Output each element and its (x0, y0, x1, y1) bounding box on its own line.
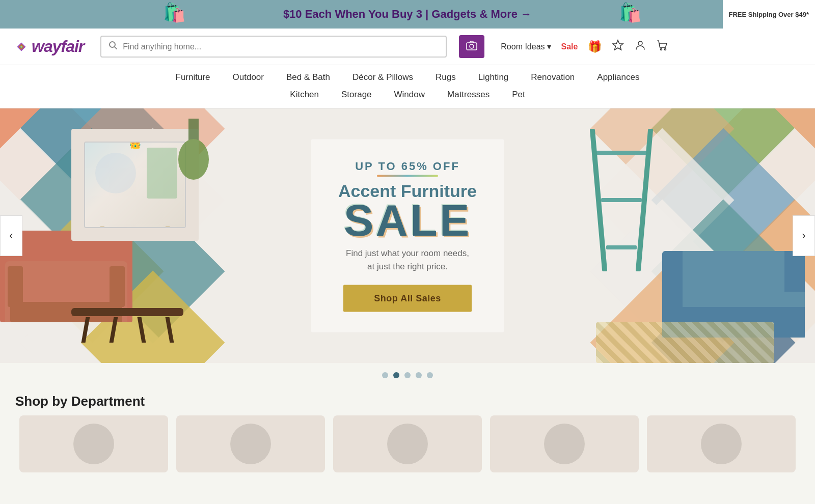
svg-point-9 (661, 48, 662, 50)
svg-point-10 (665, 48, 666, 50)
svg-rect-6 (467, 43, 477, 50)
nav-appliances[interactable]: Appliances (586, 70, 650, 85)
logo[interactable]: wayfair (15, 37, 84, 56)
nav-mattresses[interactable]: Mattresses (436, 88, 501, 102)
free-shipping-badge: FREE Shipping Over $49* (723, 0, 816, 29)
carousel-dots (0, 363, 815, 384)
carousel-prev-button[interactable]: ‹ (0, 215, 22, 256)
nav-outdoor[interactable]: Outdoor (222, 70, 275, 85)
nav-storage[interactable]: Storage (330, 88, 383, 102)
svg-point-7 (470, 44, 474, 48)
nav-bed-bath[interactable]: Bed & Bath (275, 70, 341, 85)
gift-icon[interactable]: 🎁 (588, 40, 602, 53)
carousel-dot-5[interactable] (427, 372, 433, 378)
nav-kitchen[interactable]: Kitchen (279, 88, 330, 102)
camera-search-button[interactable] (459, 35, 484, 58)
carousel-dot-4[interactable] (416, 372, 422, 378)
hero-center-content: UP TO 65% OFF Accent Furniture SALE Find… (311, 139, 504, 332)
carousel-next-button[interactable]: › (793, 215, 815, 256)
nav-row-2: Kitchen Storage Window Mattresses Pet (10, 88, 805, 108)
bag-icon-right: 🛍️ (619, 2, 642, 23)
nav-row-1: Furniture Outdoor Bed & Bath Décor & Pil… (10, 65, 805, 88)
search-icon (108, 41, 118, 52)
nav-window[interactable]: Window (383, 88, 436, 102)
hero-discount-text: UP TO 65% OFF (326, 160, 489, 177)
nav-renovation[interactable]: Renovation (520, 70, 586, 85)
dept-item-4[interactable] (490, 415, 639, 472)
nav-furniture[interactable]: Furniture (165, 70, 222, 85)
nav-lighting[interactable]: Lighting (467, 70, 520, 85)
carousel-dot-2[interactable] (393, 372, 399, 378)
header: wayfair Room Ideas ▾ Sale 🎁 (0, 29, 815, 65)
nav-rugs[interactable]: Rugs (424, 70, 467, 85)
hero-subtext: Find just what your room needs,at just t… (326, 247, 489, 273)
hero-sale-text: SALE (326, 198, 489, 243)
dept-item-3[interactable] (333, 415, 482, 472)
dept-item-2[interactable] (176, 415, 325, 472)
hero-carousel: 👑 (0, 108, 815, 363)
sale-link[interactable]: Sale (561, 42, 578, 51)
svg-line-5 (115, 47, 117, 49)
search-bar[interactable] (100, 36, 447, 58)
nav-pet[interactable]: Pet (501, 88, 536, 102)
dept-item-1[interactable] (19, 415, 168, 472)
svg-point-8 (638, 41, 642, 45)
shop-by-dept-title: Shop by Department (0, 384, 815, 415)
carousel-dot-1[interactable] (382, 372, 388, 378)
carousel-dot-3[interactable] (404, 372, 411, 378)
shop-all-sales-button[interactable]: Shop All Sales (343, 285, 471, 312)
dept-item-5[interactable] (647, 415, 796, 472)
top-banner[interactable]: 🛍️ $10 Each When You Buy 3 | Gadgets & M… (0, 0, 815, 29)
registry-icon[interactable] (612, 39, 624, 54)
account-icon[interactable] (634, 39, 646, 54)
header-nav: Room Ideas ▾ Sale 🎁 (501, 39, 669, 54)
cart-icon[interactable] (657, 39, 669, 54)
nav-bar: Furniture Outdoor Bed & Bath Décor & Pil… (0, 65, 815, 108)
nav-decor-pillows[interactable]: Décor & Pillows (341, 70, 424, 85)
department-row (0, 415, 815, 472)
bag-icon-left: 🛍️ (163, 2, 186, 23)
logo-text: wayfair (32, 37, 84, 56)
banner-text[interactable]: $10 Each When You Buy 3 | Gadgets & More… (283, 8, 532, 21)
search-input[interactable] (123, 42, 439, 51)
room-ideas-button[interactable]: Room Ideas ▾ (501, 42, 551, 51)
